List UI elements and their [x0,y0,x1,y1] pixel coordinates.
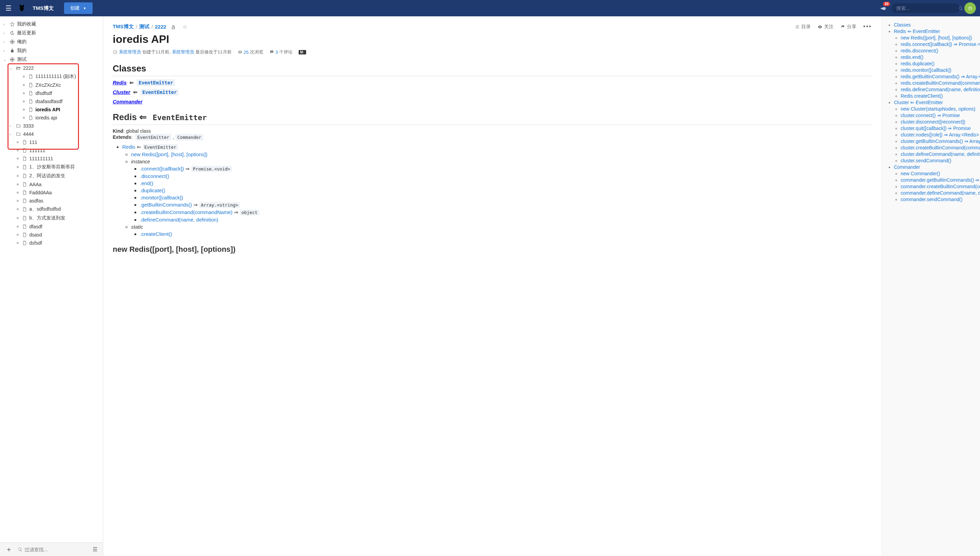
toc-item[interactable]: cluster.getBuiltinCommands() ⇒ Array.< [901,139,980,144]
bullet-icon [17,175,19,177]
star-icon[interactable]: ☆ [183,23,187,30]
avatar[interactable]: n [964,2,976,14]
crumb-leaf[interactable]: 2222 [155,24,166,30]
toc-item[interactable]: redis.getBuiltinCommands() ⇒ Array.<st [901,74,980,79]
tree-item[interactable]: ioredis API [0,105,103,114]
follow-button[interactable]: 关注 [818,24,834,30]
crumb-root[interactable]: TMS博文 [113,23,134,30]
tree-item-label: b、方式发送到发 [29,215,99,221]
bullet-icon [17,166,19,168]
tree-item[interactable]: 111111 [0,146,103,155]
toc-item[interactable]: cluster.connect() ⇒ Promise [901,113,980,118]
clock-icon [113,50,117,55]
tree-item[interactable]: ZXcZXcZXc [0,81,103,89]
toc-item[interactable]: cluster.createBuiltinCommand(command [901,145,980,150]
toc-item[interactable]: Cluster ⇐ EventEmitternew Cluster(startu… [894,100,980,163]
modifier-link[interactable]: 系统管理员 [172,49,194,55]
file-icon [28,83,33,87]
menu-icon[interactable]: ☰ [91,546,99,553]
filter-input[interactable] [24,547,87,552]
tree-item[interactable]: ⌄测试 [0,55,103,64]
tree-item-label: 最近更新 [17,30,99,36]
unlock-icon[interactable] [171,24,176,30]
tree-item-label: 4444 [23,131,99,137]
more-actions[interactable]: ••• [863,23,872,30]
tree-item[interactable]: asdfas [0,197,103,205]
bullet-icon [17,234,19,236]
toc-item[interactable]: Redis.createClient() [901,93,980,99]
toc-item[interactable]: new Redis([port], [host], [options]) [901,35,980,40]
toc-item[interactable]: commander.defineCommand(name, def [901,190,980,196]
toc-item[interactable]: redis.disconnect() [901,48,980,53]
tree-item[interactable]: dfasdf [0,223,103,231]
breadcrumb: TMS博文 / 测试 / 2222 ☆ [113,23,187,30]
tree-item[interactable]: ›4444 [0,130,103,138]
tree-item[interactable]: ›3333 [0,122,103,130]
brand-label[interactable]: TMS博文 [33,5,54,11]
hamburger-icon[interactable]: ☰ [4,3,13,14]
sidebar: ›我的收藏›最近更新›俺的›我的⌄测试⌄22221111111111 (副本)Z… [0,16,103,556]
tree-item[interactable]: ⌄2222 [0,64,103,72]
toc-item[interactable]: redis.monitor([callback]) [901,67,980,73]
search-field[interactable] [896,5,956,11]
toc-item[interactable]: cluster.disconnect([reconnect]) [901,119,980,124]
search-input[interactable] [891,3,960,13]
tree-item[interactable]: AAAa [0,180,103,189]
toc-item[interactable]: redis.duplicate() [901,61,980,66]
file-icon [28,99,33,104]
tree-item-label: 111111 [29,148,99,153]
file-icon [22,198,27,203]
tree-item[interactable]: 111 [0,138,103,146]
tree-item-label: asdfas [29,198,99,204]
tree-item-label: FadddAAa [29,190,99,195]
toc-item[interactable]: redis.end() [901,55,980,60]
tree-item[interactable]: ›我的收藏 [0,20,103,29]
toc-item[interactable]: Redis ⇐ EventEmitternew Redis([port], [h… [894,29,980,99]
tree-item[interactable]: ›俺的 [0,37,103,46]
tree-item[interactable]: b、方式发送到发 [0,214,103,223]
tree-item[interactable]: 1、沙发斯蒂芬斯蒂芬 [0,163,103,171]
tree-item-label: 我的 [17,48,99,54]
file-icon [28,107,33,112]
tree-item[interactable]: dsasd [0,231,103,239]
author-link[interactable]: 系统管理员 [119,49,141,55]
toc-item[interactable]: new Cluster(startupNodes, options) [901,106,980,112]
toc-item[interactable]: commander.createBuiltinCommand(com [901,184,980,189]
toc-item[interactable]: Commandernew Commander()commander.getBui… [894,164,980,202]
tree-item[interactable]: ›我的 [0,46,103,55]
logo-rabbit-icon[interactable] [17,3,27,13]
toc-item[interactable]: cluster.nodes([role]) ⇒ Array.<Redis> [901,132,980,137]
toc-item[interactable]: commander.sendCommand() [901,197,980,202]
share-button[interactable]: 分享 [841,24,856,30]
tree-item[interactable]: FadddAAa [0,189,103,197]
crumb-mid[interactable]: 测试 [139,23,149,30]
tree-item-label: dfsdfsdf [36,91,99,96]
toc-toggle[interactable]: 目录 [795,24,811,30]
tree-item[interactable]: dsfsdf [0,239,103,247]
tree-item[interactable]: dsafasdfasdf [0,97,103,105]
toc-item[interactable]: cluster.quit([callback]) ⇒ Promise [901,126,980,131]
tree-item-label: 俺的 [17,39,99,45]
tree-item[interactable]: 1111111111 (副本) [0,72,103,81]
toc-item[interactable]: new Commander() [901,171,980,176]
tree-item[interactable]: ioredis api [0,114,103,122]
toc-item[interactable]: commander.getBuiltinCommands() ⇒ Ar [901,177,980,183]
breadcrumb-row: TMS博文 / 测试 / 2222 ☆ 目录 关注 [113,23,872,30]
tree-item[interactable]: 2、阿达说的发生 [0,171,103,180]
bullet-icon [17,208,19,210]
tree-item[interactable]: 111111111 [0,155,103,163]
toc-item[interactable]: cluster.sendCommand() [901,158,980,163]
toc-item[interactable]: redis.connect([callback]) ⇒ Promise.<vo [901,42,980,47]
tree-item[interactable]: a、sdfsdfsdfsd [0,205,103,214]
toc-item[interactable]: redis.createBuiltinCommand(commandN [901,80,980,86]
toc-item[interactable]: Classes [894,22,980,27]
tree-item[interactable]: dfsdfsdf [0,89,103,97]
bullet-icon [17,141,19,143]
toc-item[interactable]: cluster.defineCommand(name, definition [901,152,980,157]
megaphone-icon[interactable]: 20 [880,5,887,11]
add-button[interactable]: ＋ [3,545,14,554]
toc-item[interactable]: redis.defineCommand(name, definition) [901,87,980,92]
tree-item[interactable]: ›最近更新 [0,29,103,37]
search-icon[interactable] [959,5,963,11]
create-button[interactable]: 创建 ▼ [64,2,92,14]
